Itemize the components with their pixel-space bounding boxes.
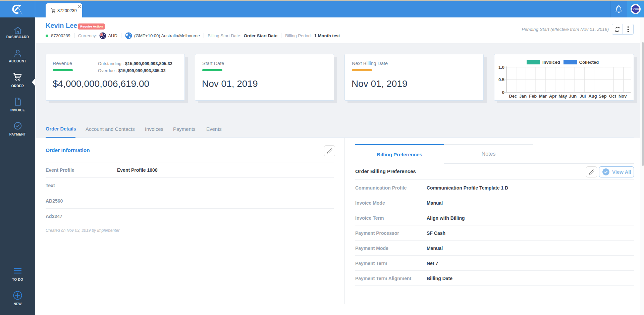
svg-text:Nov: Nov (619, 94, 627, 99)
svg-text:0: 0 (502, 90, 504, 95)
svg-text:Dec: Dec (509, 94, 517, 99)
svg-text:Jan: Jan (519, 94, 527, 99)
svg-text:May: May (558, 94, 567, 99)
svg-text:Feb: Feb (529, 94, 537, 99)
svg-text:Apr: Apr (549, 94, 556, 99)
svg-text:Sep: Sep (599, 94, 607, 99)
svg-text:WOSB: WOSB (633, 8, 639, 10)
svg-text:1.0: 1.0 (498, 65, 504, 70)
svg-text:Aug: Aug (588, 94, 597, 99)
svg-text:0.5: 0.5 (498, 77, 504, 82)
svg-text:Mar: Mar (539, 94, 547, 99)
svg-text:Jul: Jul (580, 94, 586, 99)
svg-text:Jun: Jun (569, 94, 577, 99)
svg-text:Oct: Oct (609, 94, 616, 99)
